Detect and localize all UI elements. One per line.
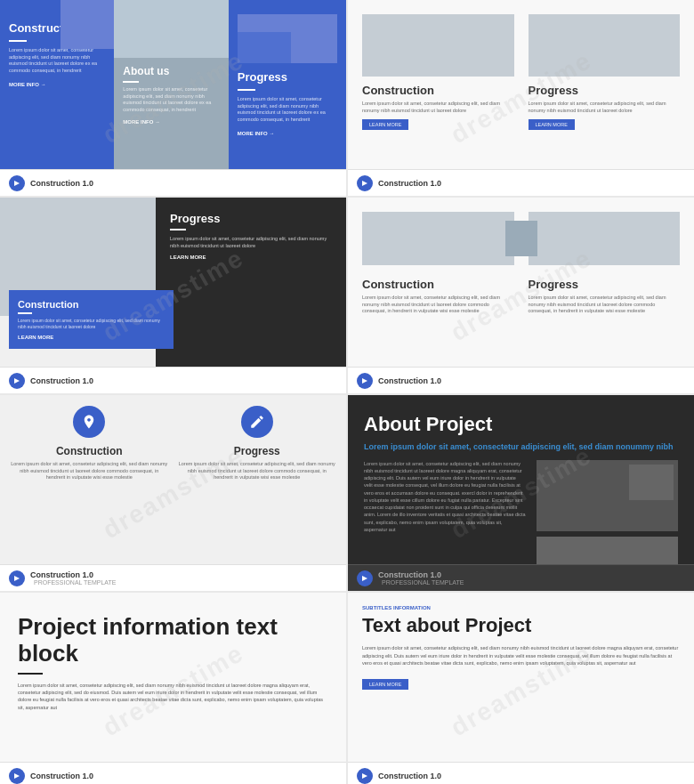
svg-marker-3 — [362, 378, 367, 384]
svg-marker-2 — [14, 378, 20, 384]
slide-4-left-sidrect — [505, 221, 521, 256]
slide-5: Construction Lorem ipsum dolor sit amet,… — [0, 395, 346, 591]
slide-3-right-text: Lorem ipsum dolor sit amet, consetetur a… — [170, 236, 332, 249]
slide-2-content: Construction Lorem ipsum dolor sit amet,… — [348, 0, 694, 169]
slide-4-footer-title: Construction 1.0 — [378, 376, 441, 385]
slide-2-footer-title: Construction 1.0 — [378, 179, 441, 188]
slide-7-footer-logo — [9, 768, 25, 784]
slide-2-left: Construction Lorem ipsum dolor sit amet,… — [362, 14, 514, 155]
slide-2-right-btn[interactable]: LEARN MORE — [529, 119, 575, 130]
slide-2: Construction Lorem ipsum dolor sit amet,… — [348, 0, 694, 196]
slide-1-aboutus-line — [123, 81, 139, 83]
slide-1-footer: Construction 1.0 — [0, 169, 346, 196]
slide-2-left-title: Construction — [362, 84, 514, 97]
slide-1-footer-logo — [9, 175, 25, 191]
slide-4-right-img — [529, 212, 681, 265]
slide-3-left-title: Construction — [18, 299, 165, 310]
slide-5-footer-title: Construction 1.0 — [30, 570, 116, 579]
slide-2-right-title: Progress — [529, 84, 681, 97]
slide-8: SUBTITLES INFORMATION Text about Project… — [348, 593, 694, 784]
slide-7: Project information text block Lorem ips… — [0, 593, 346, 784]
slide-1-aboutus-img — [114, 0, 228, 58]
slide-8-btn[interactable]: LEARN MORE — [362, 679, 408, 690]
slide-4-left: Construction Lorem ipsum dolor sit amet,… — [362, 212, 514, 352]
slide-6-footer-title: Construction 1.0 — [378, 570, 464, 579]
slide-1-aboutus-link[interactable]: MORE INFO → — [123, 119, 219, 125]
slide-1-content: Construction Lorem ipsum dolor sit amet,… — [0, 0, 346, 169]
slide-1-progress-title: Progress — [238, 70, 337, 84]
slide-5-left-icon — [73, 406, 105, 438]
slide-2-footer-logo — [357, 175, 373, 191]
slide-1-progress-text: Lorem ipsum dolor sit amet, consetetur a… — [238, 96, 337, 124]
slide-1-footer-title: Construction 1.0 — [30, 179, 93, 188]
slide-1-aboutus-title: About us — [123, 65, 219, 77]
slide-4-footer: Construction 1.0 — [348, 367, 694, 393]
slide-3-left-line — [18, 312, 32, 314]
slide-7-content: Project information text block Lorem ips… — [0, 593, 346, 762]
slide-1-construction-text: Lorem ipsum dolor sit amet, consetetur a… — [9, 47, 105, 75]
slide-4: Construction Lorem ipsum dolor sit amet,… — [348, 198, 694, 393]
slide-3-left-btn[interactable]: LEARN MORE — [18, 335, 165, 340]
slide-7-footer: Construction 1.0 — [0, 762, 346, 784]
slide-4-right-text: Lorem ipsum dolor sit amet, consetetur a… — [529, 295, 681, 315]
slide-6-footer-sub: PROFESSIONAL TEMPLATE — [382, 579, 464, 586]
slide-4-left-title: Construction — [362, 278, 514, 291]
slide-2-left-img — [362, 14, 514, 77]
slide-1-construction-line — [9, 40, 27, 42]
slide-3: Construction Lorem ipsum dolor sit amet,… — [0, 198, 346, 393]
slide-5-content: Construction Lorem ipsum dolor sit amet,… — [0, 395, 346, 564]
slide-6-main-title: About Project — [364, 413, 678, 436]
svg-marker-6 — [14, 773, 20, 779]
slide-4-right-sidrect — [521, 221, 537, 256]
slide-8-sub: SUBTITLES INFORMATION — [362, 605, 680, 610]
slide-1-progress-line — [238, 89, 255, 91]
slide-2-left-btn[interactable]: LEARN MORE — [362, 119, 408, 130]
slide-1-aboutus-text: Lorem ipsum dolor sit amet, consetetur a… — [123, 86, 219, 114]
slide-2-left-text: Lorem ipsum dolor sit amet, consetetur a… — [362, 101, 514, 114]
slide-1-progress-link[interactable]: MORE INFO → — [238, 131, 337, 136]
slide-8-title: Text about Project — [362, 614, 680, 637]
slide-6-body: Lorem ipsum dolor sit amet, consetetur a… — [364, 460, 678, 572]
slide-5-right-title: Progress — [234, 445, 280, 457]
svg-marker-7 — [362, 773, 367, 779]
slide-6: About Project Lorem ipsum dolor sit amet… — [348, 395, 694, 591]
slide-6-img1-inner — [629, 465, 674, 500]
slide-4-left-text: Lorem ipsum dolor sit amet, consetetur a… — [362, 295, 514, 315]
slide-3-right: Progress Lorem ipsum dolor sit amet, con… — [156, 198, 346, 367]
slide-5-right: Progress Lorem ipsum dolor sit amet, con… — [179, 406, 336, 554]
slide-3-left-overlay: Construction Lorem ipsum dolor sit amet,… — [9, 290, 174, 349]
slide-3-right-title: Progress — [170, 212, 332, 225]
slide-6-img1 — [537, 460, 678, 531]
slide-2-right-text: Lorem ipsum dolor sit amet, consetetur a… — [529, 101, 681, 114]
slide-4-content: Construction Lorem ipsum dolor sit amet,… — [348, 198, 694, 367]
svg-marker-4 — [14, 576, 20, 581]
slide-1-construction-link[interactable]: MORE INFO → — [9, 82, 105, 87]
slide-4-footer-logo — [357, 373, 373, 389]
svg-marker-0 — [14, 181, 20, 186]
slide-7-title: Project information text block — [18, 614, 328, 667]
slide-1-col-aboutus: About us Lorem ipsum dolor sit amet, con… — [114, 0, 228, 169]
slide-8-content: SUBTITLES INFORMATION Text about Project… — [348, 593, 694, 762]
slide-6-footer-logo — [357, 570, 373, 586]
slide-3-footer-title: Construction 1.0 — [30, 376, 93, 385]
slide-2-right-img — [529, 14, 681, 77]
slide-5-right-text: Lorem ipsum dolor sit amet, consetetur a… — [179, 461, 336, 481]
slide-3-content: Construction Lorem ipsum dolor sit amet,… — [0, 198, 346, 367]
slide-3-right-btn[interactable]: LEARN MORE — [170, 255, 332, 260]
slide-5-footer: Construction 1.0 PROFESSIONAL TEMPLATE — [0, 564, 346, 591]
slide-grid: Construction Lorem ipsum dolor sit amet,… — [0, 0, 694, 784]
slide-6-right — [537, 460, 678, 572]
slide-3-left-text: Lorem ipsum dolor sit amet, consetetur a… — [18, 318, 165, 330]
slide-1-col-progress: Progress Lorem ipsum dolor sit amet, con… — [229, 0, 346, 169]
slide-5-right-icon — [241, 406, 273, 438]
slide-2-right: Progress Lorem ipsum dolor sit amet, con… — [529, 14, 681, 155]
slide-6-sub-title: Lorem ipsum dolor sit amet, consectetur … — [364, 441, 678, 453]
slide-6-content: About Project Lorem ipsum dolor sit amet… — [348, 395, 694, 564]
slide-1-col-construction: Construction Lorem ipsum dolor sit amet,… — [0, 0, 114, 169]
slide-5-left-title: Construction — [56, 445, 123, 457]
slide-8-footer-title: Construction 1.0 — [378, 772, 441, 780]
slide-5-left: Construction Lorem ipsum dolor sit amet,… — [11, 406, 168, 554]
slide-4-left-img — [362, 212, 514, 265]
slide-3-footer: Construction 1.0 — [0, 367, 346, 393]
slide-4-right: Progress Lorem ipsum dolor sit amet, con… — [529, 212, 681, 352]
